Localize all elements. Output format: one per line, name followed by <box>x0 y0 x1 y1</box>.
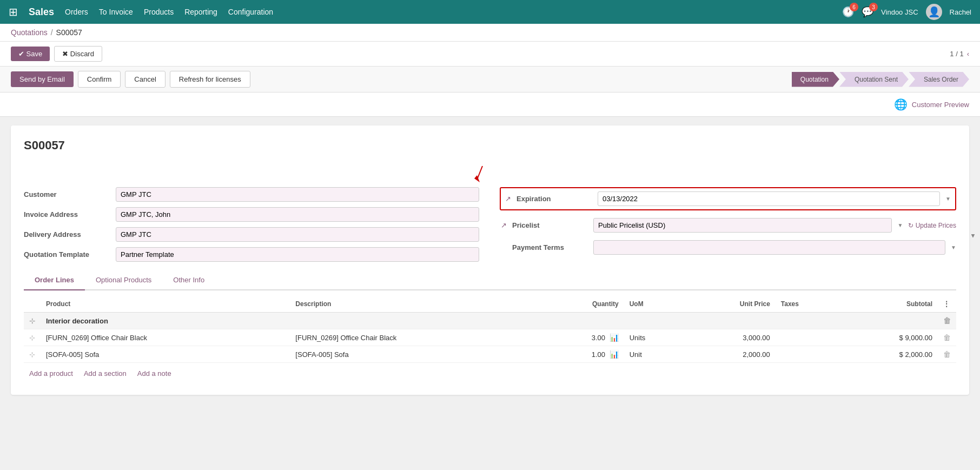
quotation-template-input[interactable] <box>116 247 479 262</box>
col-unit-price: Unit Price <box>684 296 776 313</box>
update-prices-button[interactable]: ↻ Update Prices <box>908 222 956 229</box>
col-subtotal: Subtotal <box>839 296 938 313</box>
quotation-template-field <box>116 247 479 262</box>
payment-terms-field <box>593 240 945 255</box>
row2-product[interactable]: [SOFA-005] Sofa <box>41 346 290 363</box>
section-name: Interior decoration <box>41 313 938 329</box>
row1-handle[interactable]: ⊹ <box>24 329 41 346</box>
form-card: S00057 Customer ▼ Invoice Address <box>11 125 969 395</box>
row2-unit-price: 2,000.00 <box>684 346 776 363</box>
invoice-address-label: Invoice Address <box>24 210 110 219</box>
status-pipeline: Quotation Quotation Sent Sales Order <box>792 72 969 87</box>
pricelist-input[interactable] <box>593 218 892 233</box>
status-step-order[interactable]: Sales Order <box>909 72 969 87</box>
row1-uom: Units <box>624 329 684 346</box>
user-avatar[interactable]: 👤 <box>926 4 942 20</box>
refresh-licenses-button[interactable]: Refresh for licenses <box>170 71 250 88</box>
add-section-link[interactable]: Add a section <box>84 369 127 378</box>
discard-button[interactable]: ✖ Discard <box>54 46 102 62</box>
cancel-button[interactable]: Cancel <box>125 71 165 88</box>
row1-description: [FURN_0269] Office Chair Black <box>290 329 539 346</box>
table-row: ⊹ [SOFA-005] Sofa [SOFA-005] Sofa 1.00 📊… <box>24 346 956 363</box>
row1-unit-price: 3,000.00 <box>684 329 776 346</box>
pagination: 1 / 1 ‹ <box>950 50 969 58</box>
apps-icon[interactable]: ⊞ <box>9 5 18 18</box>
customer-field <box>116 187 479 202</box>
pagination-prev-icon[interactable]: ‹ <box>967 50 969 58</box>
row2-delete[interactable]: 🗑 <box>938 346 956 363</box>
nav-orders[interactable]: Orders <box>65 8 88 16</box>
form-fields: Customer ▼ Invoice Address ▼ Delivery Ad… <box>24 187 956 262</box>
customer-preview-button[interactable]: 🌐 Customer Preview <box>894 98 969 111</box>
table-row: ⊹ Interior decoration 🗑 <box>24 313 956 329</box>
tabs-bar: Order Lines Optional Products Other Info <box>24 270 956 290</box>
company-name: Vindoo JSC <box>881 8 918 16</box>
section-delete[interactable]: 🗑 <box>938 313 956 329</box>
customer-preview-bar: 🌐 Customer Preview <box>0 92 980 117</box>
nav-to-invoice[interactable]: To Invoice <box>99 8 133 16</box>
row1-delete[interactable]: 🗑 <box>938 329 956 346</box>
col-uom: UoM <box>624 296 684 313</box>
row2-quantity: 1.00 📊 <box>540 346 624 363</box>
payment-terms-dropdown-arrow[interactable]: ▼ <box>951 244 956 250</box>
pricelist-field <box>593 218 892 233</box>
annotation-arrow <box>24 163 956 185</box>
expiration-input[interactable] <box>598 191 940 206</box>
action-bar: Send by Email Confirm Cancel Refresh for… <box>0 67 980 92</box>
add-links: Add a product Add a section Add a note <box>24 365 956 382</box>
activity-icon[interactable]: 🕐 6 <box>842 6 854 18</box>
table-header: Product Description Quantity UoM Unit Pr… <box>24 296 956 313</box>
customer-preview-label: Customer Preview <box>912 101 969 109</box>
nav-products[interactable]: Products <box>144 8 174 16</box>
row1-qty-warning: 📊 <box>610 333 619 342</box>
form-right: ↗ Expiration ▼ ↗ Pricelist ▼ ↻ Update Pr… <box>501 187 956 262</box>
record-title: S00057 <box>24 138 956 153</box>
confirm-button[interactable]: Confirm <box>78 71 121 88</box>
save-button[interactable]: ✔ Save <box>11 47 50 61</box>
row2-handle[interactable]: ⊹ <box>24 346 41 363</box>
qt-dropdown-arrow[interactable]: ▼ <box>970 232 976 238</box>
svg-marker-1 <box>474 175 480 182</box>
top-navigation: ⊞ Sales Orders To Invoice Products Repor… <box>0 0 980 24</box>
row1-product[interactable]: [FURN_0269] Office Chair Black <box>41 329 290 346</box>
red-arrow-svg <box>472 163 504 185</box>
add-note-link[interactable]: Add a note <box>137 369 171 378</box>
tab-other-info[interactable]: Other Info <box>162 270 215 290</box>
col-product: Product <box>41 296 290 313</box>
row1-subtotal: $ 9,000.00 <box>839 329 938 346</box>
send-email-button[interactable]: Send by Email <box>11 71 74 87</box>
pricelist-dropdown-arrow[interactable]: ▼ <box>897 222 903 228</box>
status-step-quotation[interactable]: Quotation <box>792 72 839 87</box>
brand-title: Sales <box>29 6 54 18</box>
invoice-address-field <box>116 207 479 222</box>
breadcrumb: Quotations / S00057 <box>0 24 980 42</box>
add-product-link[interactable]: Add a product <box>29 369 73 378</box>
topnav-right: 🕐 6 💬 3 Vindoo JSC 👤 Rachel <box>842 4 971 20</box>
delivery-address-input[interactable] <box>116 227 479 242</box>
payment-terms-input[interactable] <box>593 240 945 255</box>
breadcrumb-separator: / <box>51 28 53 37</box>
section-handle[interactable]: ⊹ <box>24 313 41 329</box>
tab-optional-products[interactable]: Optional Products <box>85 270 162 290</box>
tab-order-lines[interactable]: Order Lines <box>24 270 85 290</box>
invoice-address-input[interactable] <box>116 207 479 222</box>
row1-quantity: 3.00 📊 <box>540 329 624 346</box>
expiration-field <box>598 191 940 206</box>
expiration-external-link[interactable]: ↗ <box>505 195 511 203</box>
nav-reporting[interactable]: Reporting <box>184 8 217 16</box>
status-step-sent[interactable]: Quotation Sent <box>839 72 909 87</box>
globe-icon: 🌐 <box>894 98 908 111</box>
col-actions: ⋮ <box>938 296 956 313</box>
form-left: Customer ▼ Invoice Address ▼ Delivery Ad… <box>24 187 479 262</box>
expiration-dropdown-arrow[interactable]: ▼ <box>945 196 951 202</box>
pricelist-external-link[interactable]: ↗ <box>501 221 507 229</box>
delivery-address-row: Delivery Address ▼ <box>24 227 479 242</box>
payment-terms-label: Payment Terms <box>512 243 588 251</box>
nav-configuration[interactable]: Configuration <box>228 8 273 16</box>
main-content: 🌐 Customer Preview S00057 Customer <box>0 92 980 465</box>
messages-icon[interactable]: 💬 3 <box>862 6 873 18</box>
customer-input[interactable] <box>116 187 479 202</box>
col-handle <box>24 296 41 313</box>
toolbar: ✔ Save ✖ Discard 1 / 1 ‹ <box>0 42 980 67</box>
breadcrumb-parent[interactable]: Quotations <box>11 28 48 37</box>
